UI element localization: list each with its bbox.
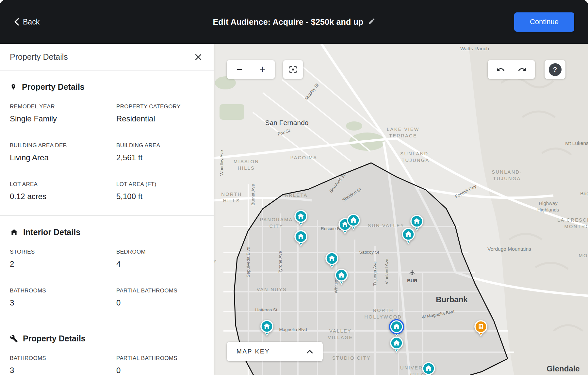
back-label: Back bbox=[23, 18, 40, 26]
field-value: 0 bbox=[116, 366, 204, 375]
airport-icon bbox=[409, 269, 416, 276]
fit-bounds-icon bbox=[289, 65, 297, 74]
section-heading: Property Details bbox=[23, 334, 86, 343]
field: PARTIAL BATHROOMS 0 bbox=[116, 355, 204, 375]
field-value: Living Area bbox=[10, 153, 116, 162]
home-pin[interactable] bbox=[333, 267, 350, 287]
zoom-out-button[interactable]: − bbox=[229, 60, 250, 79]
field: LOT AREA (FT) 5,100 ft bbox=[116, 181, 204, 201]
chevron-up-icon bbox=[306, 350, 313, 354]
field-label: BATHROOMS bbox=[10, 288, 116, 294]
field-value: 3 bbox=[10, 298, 116, 307]
zoom-in-button[interactable]: + bbox=[252, 60, 273, 79]
zoom-control: − + bbox=[227, 60, 275, 79]
field: LOT AREA 0.12 acres bbox=[10, 181, 116, 201]
edit-title-icon[interactable] bbox=[368, 18, 375, 26]
panel-header: Property Details bbox=[0, 44, 214, 70]
field-label: PROPERTY CATEGORY bbox=[116, 103, 204, 110]
home-pin[interactable] bbox=[293, 229, 309, 248]
map-key-label: MAP KEY bbox=[237, 348, 270, 355]
fit-bounds-button[interactable] bbox=[283, 60, 303, 79]
field-value: 3 bbox=[10, 366, 116, 375]
field-value: Single Family bbox=[10, 114, 116, 123]
field-label: LOT AREA (FT) bbox=[116, 181, 204, 188]
help-icon: ? bbox=[549, 63, 562, 76]
panel-section: Property Details REMODEL YEAR Single Fam… bbox=[0, 70, 214, 215]
field-label: BUILDING AREA bbox=[116, 142, 204, 149]
field: BEDROOM 4 bbox=[116, 249, 204, 269]
field-label: PARTIAL BATHROOMS bbox=[116, 288, 204, 294]
field-label: LOT AREA bbox=[10, 181, 116, 188]
continue-button[interactable]: Continue bbox=[514, 12, 574, 32]
field-value: 4 bbox=[116, 259, 204, 269]
field-label: STORIES bbox=[10, 249, 116, 255]
panel-title: Property Details bbox=[10, 52, 68, 62]
field: REMODEL YEAR Single Family bbox=[10, 103, 116, 123]
map-canvas[interactable]: Watts RanchMaclay StSan FernandoFox StLA… bbox=[214, 44, 588, 375]
field-value: Residential bbox=[116, 114, 204, 123]
panel-section: Property Details BATHROOMS 3 PARTIAL BAT… bbox=[0, 322, 214, 375]
map-key-panel[interactable]: MAP KEY bbox=[227, 342, 323, 361]
tools-icon bbox=[10, 335, 18, 343]
field: BUILDING AREA DEF. Living Area bbox=[10, 142, 116, 162]
redo-button[interactable] bbox=[512, 60, 532, 79]
history-control bbox=[488, 60, 535, 79]
field-value: 5,100 ft bbox=[116, 192, 204, 201]
field-label: BATHROOMS bbox=[10, 355, 116, 362]
home-pin[interactable] bbox=[400, 227, 416, 246]
undo-button[interactable] bbox=[491, 60, 511, 79]
home-pin[interactable] bbox=[388, 335, 405, 355]
field: PARTIAL BATHROOMS 0 bbox=[116, 288, 204, 307]
field: BUILDING AREA 2,561 ft bbox=[116, 142, 204, 162]
field-label: PARTIAL BATHROOMS bbox=[116, 355, 204, 362]
field-value: 0 bbox=[116, 298, 204, 307]
section-heading: Interior Details bbox=[23, 227, 80, 237]
field: STORIES 2 bbox=[10, 249, 116, 269]
panel-sections: Property Details REMODEL YEAR Single Fam… bbox=[0, 70, 214, 375]
home-pin[interactable] bbox=[345, 212, 362, 232]
building-pin[interactable] bbox=[473, 319, 489, 338]
field: BATHROOMS 3 bbox=[10, 288, 116, 307]
field: PROPERTY CATEGORY Residential bbox=[116, 103, 204, 123]
app-window: Back Edit Audience: Acquire - $250k and … bbox=[0, 0, 588, 375]
top-bar: Back Edit Audience: Acquire - $250k and … bbox=[0, 0, 588, 44]
location-pin-icon bbox=[10, 83, 17, 91]
property-details-panel: Property Details Property Details REMODE… bbox=[0, 44, 214, 375]
page-title: Edit Audience: Acquire - $250k and up bbox=[213, 17, 363, 27]
field-label: BUILDING AREA DEF. bbox=[10, 142, 116, 149]
back-button[interactable]: Back bbox=[14, 18, 40, 26]
home-pin[interactable] bbox=[259, 319, 275, 338]
field-value: 2 bbox=[10, 259, 116, 269]
help-button[interactable]: ? bbox=[545, 60, 565, 79]
panel-section: Interior Details STORIES 2 BEDROOM 4 BAT… bbox=[0, 216, 214, 322]
field-label: BEDROOM bbox=[116, 249, 204, 255]
home-pin[interactable] bbox=[420, 361, 437, 375]
field-value: 2,561 ft bbox=[116, 153, 204, 162]
home-pin[interactable] bbox=[293, 209, 309, 228]
field-value: 0.12 acres bbox=[10, 192, 116, 201]
field: BATHROOMS 3 bbox=[10, 355, 116, 375]
section-heading: Property Details bbox=[22, 82, 85, 92]
close-panel-button[interactable] bbox=[193, 52, 204, 63]
chevron-left-icon bbox=[14, 18, 20, 26]
home-icon bbox=[10, 228, 18, 237]
field-label: REMODEL YEAR bbox=[10, 103, 116, 110]
